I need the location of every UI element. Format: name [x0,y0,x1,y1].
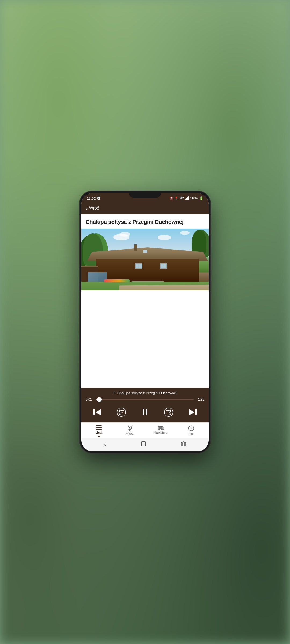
mapa-icon [127,425,133,431]
flowers [104,279,130,283]
svg-point-20 [96,429,97,430]
lista-active-dot [98,436,100,437]
article-title: Chałupa sołtysa z Przegini Duchownej [81,214,209,229]
svg-rect-47 [181,442,182,446]
article-image [81,229,209,290]
building [92,247,204,282]
status-time: 12:02 🖼 [87,196,100,200]
svg-point-18 [96,425,97,426]
svg-rect-46 [141,442,146,446]
attic-window [143,250,147,253]
sys-recents-button[interactable] [178,440,189,449]
battery-icon: 🔋 [199,196,203,200]
svg-rect-16 [96,427,102,428]
total-time: 1:32 [196,398,204,401]
svg-rect-48 [183,442,184,446]
sys-back-button[interactable]: ‹ [101,441,109,448]
info-icon [188,425,194,431]
svg-rect-15 [96,425,102,426]
nav-item-klawiatura[interactable]: Klawiatura [152,425,168,434]
svg-point-42 [162,427,163,429]
svg-point-22 [129,427,130,429]
progress-row: 0:01 1:32 [86,398,204,401]
player-area: 6. Chałupa sołtysa z Przegini Duchownej … [81,388,209,422]
phone-notch [129,191,161,198]
svg-point-32 [158,429,159,430]
lista-icon [96,425,102,430]
photo-icon: 🖼 [97,196,100,200]
pause-button[interactable] [139,406,151,418]
svg-point-40 [158,427,160,429]
svg-point-41 [160,427,161,429]
rewind-button[interactable]: 15 [115,406,127,418]
battery-label: 100% [190,197,198,200]
prev-icon [93,408,102,416]
location-icon: 📍 [175,197,178,200]
sys-home-button[interactable] [138,440,149,449]
back-arrow-icon: ‹ [86,206,88,211]
svg-point-34 [161,429,162,430]
nav-item-mapa[interactable]: Mapa [122,425,138,435]
forward-icon: 15 [164,407,173,417]
content-area: Chałupa sołtysa z Przegini Duchownej [81,214,209,388]
svg-point-38 [160,426,161,427]
system-nav-bar: ‹ [81,438,209,451]
bottom-nav: Lista Mapa [81,422,209,438]
svg-text:15: 15 [167,411,170,414]
next-button[interactable] [187,406,198,418]
wifi-icon [180,196,184,200]
chimney [134,244,137,251]
cloud-3 [158,235,171,240]
svg-point-35 [162,429,164,430]
window-1 [135,263,142,269]
white-space-area [81,290,209,388]
window-2 [160,263,167,269]
svg-marker-14 [189,409,194,415]
lista-label: Lista [95,431,102,434]
rewind-icon: 15 [117,407,126,417]
mapa-label: Mapa [126,432,133,435]
svg-rect-5 [93,409,95,415]
progress-track[interactable] [96,399,194,400]
svg-rect-3 [187,197,188,200]
progress-thumb[interactable] [97,397,102,402]
back-button[interactable]: ‹ Wróć [86,206,99,211]
status-icons: 🔇 📍 [169,196,203,200]
info-label: Info [189,432,194,435]
svg-rect-4 [188,196,189,200]
svg-rect-2 [186,198,187,200]
time-display: 12:02 [87,196,96,200]
nav-item-lista[interactable]: Lista [91,425,107,437]
svg-point-44 [191,427,191,427]
forward-button[interactable]: 15 [163,406,175,418]
svg-rect-45 [191,428,191,430]
next-icon [189,408,197,416]
svg-rect-13 [195,409,197,415]
svg-point-37 [158,426,160,427]
tarp [88,272,107,282]
main-wall [96,259,199,282]
svg-rect-1 [185,199,186,200]
svg-point-33 [159,429,160,430]
pause-icon [143,409,147,415]
svg-marker-6 [96,409,101,415]
svg-rect-49 [184,442,186,446]
prev-button[interactable] [92,406,103,418]
path [119,285,209,290]
svg-point-19 [96,427,97,428]
nav-bar: ‹ Wróć [81,203,209,214]
klawiatura-label: Klawiatura [154,431,167,434]
track-title: 6. Chałupa sołtysa z Przegini Duchownej [86,391,204,395]
phone-shell: 12:02 🖼 🔇 📍 [79,191,211,453]
cloud-4 [180,231,190,235]
roof [87,247,208,261]
signal-icon [185,196,189,200]
svg-point-0 [182,199,182,200]
svg-point-39 [162,426,163,427]
phone-screen: 12:02 🖼 🔇 📍 [81,193,209,451]
controls-row: 15 [86,405,204,420]
back-label: Wróć [89,206,99,211]
klawiatura-icon [157,425,164,430]
current-time: 0:01 [86,398,94,401]
nav-item-info[interactable]: Info [183,425,199,435]
